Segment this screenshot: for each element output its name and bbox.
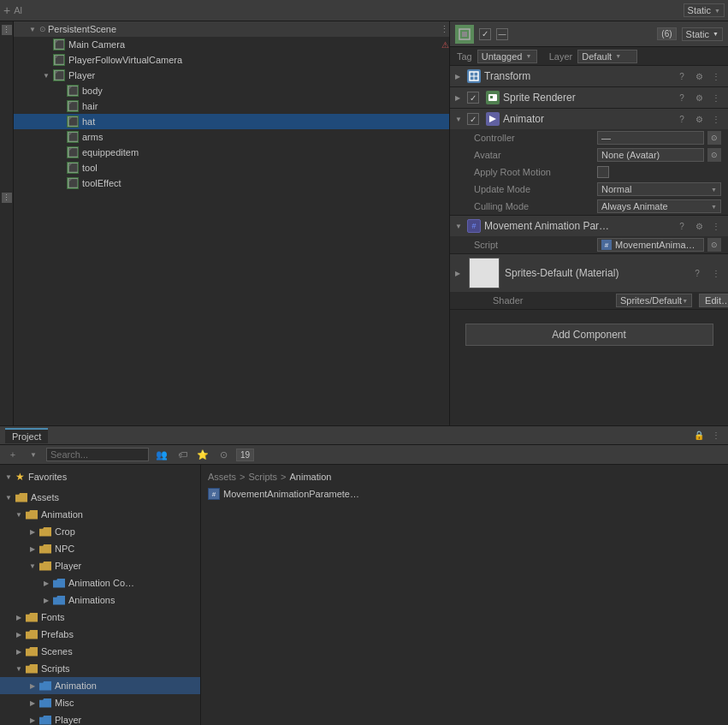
camera-error-icon: ⚠ [441,40,449,50]
tree-item-arms[interactable]: ⬛ arms [14,129,449,145]
project-sidebar: ★ Favorites Assets Animation Crop [0,465,201,725]
shader-edit-btn[interactable]: Edit… [699,294,728,307]
favorites-item[interactable]: ★ Favorites [0,468,200,485]
scenes-folder-icon [26,647,38,657]
tag-icon[interactable]: 🏷 [175,447,190,462]
script-label: Script [474,240,594,250]
apply-root-motion-checkbox[interactable] [597,166,609,178]
update-mode-dropdown[interactable]: Normal [597,182,721,196]
movement-anim-help-btn[interactable]: ? [675,219,689,233]
transform-arrow [455,73,464,80]
go-active-checkbox[interactable] [479,28,491,40]
panel-menu-btn[interactable]: ⋮ [709,429,723,443]
add-asset-arrow[interactable]: ▼ [26,447,41,462]
transform-help-btn[interactable]: ? [675,69,689,83]
tree-item-follow-cam[interactable]: ⬛ PlayerFollowVirtualCamera [14,52,449,68]
movement-anim-controls: ? ⚙ ⋮ [675,219,723,233]
script-picker-btn[interactable]: ⊙ [707,238,721,252]
tree-item-persistent-scene[interactable]: ⊙ PersistentScene ⋮ [14,21,449,37]
sprite-renderer-component: Sprite Renderer ? ⚙ ⋮ [450,87,728,109]
animations-item[interactable]: Animations [0,591,200,609]
transform-settings-btn[interactable]: ⚙ [692,69,706,83]
sprite-renderer-header[interactable]: Sprite Renderer ? ⚙ ⋮ [450,87,728,108]
fonts-item[interactable]: Fonts [0,609,200,626]
tree-item-hat[interactable]: ⬛ hat [14,114,449,129]
inspector-header: (6) Static ▼ [450,21,728,47]
assets-item[interactable]: Assets [0,489,200,506]
transform-menu-btn[interactable]: ⋮ [709,69,723,83]
movement-anim-header[interactable]: # Movement Animation Par… ? ⚙ ⋮ [450,216,728,236]
sprite-renderer-menu-btn[interactable]: ⋮ [709,91,723,104]
project-tab[interactable]: Project [5,428,48,443]
movement-anim-file-label: MovementAnimationParamete… [223,489,359,499]
inspector-static-dropdown[interactable]: Static ▼ [682,27,723,41]
layer-dropdown[interactable]: Default [577,50,637,63]
misc-item[interactable]: Misc [0,694,200,711]
tree-item-player[interactable]: ⬛ Player [14,68,449,83]
animation-scripts-item[interactable]: Animation [0,677,200,694]
filter-icon[interactable]: ⊙ [216,447,231,462]
tree-item-main-camera[interactable]: ⬛ Main Camera ⚠ [14,37,449,52]
tree-item-body[interactable]: ⬛ body [14,83,449,98]
animation-scripts-folder-icon [39,681,51,691]
material-section: Sprites-Default (Material) ? ⋮ Shader Sp… [450,254,728,310]
add-component-button[interactable]: Add Component [465,324,713,346]
npc-item[interactable]: NPC [0,540,200,557]
panel-lock-btn[interactable]: 🔒 [692,429,706,443]
player-scripts-item[interactable]: Player [0,711,200,725]
cube-icon-body: ⬛ [67,85,79,97]
shader-dropdown[interactable]: Sprites/Default [616,294,692,307]
material-help-btn[interactable]: ? [690,266,704,280]
controller-label: Controller [474,133,594,143]
add-asset-btn[interactable]: + [5,447,21,462]
transform-header[interactable]: Transform ? ⚙ ⋮ [450,66,728,86]
add-button[interactable]: + [3,3,10,17]
npc-folder-icon [39,544,51,554]
static-dropdown[interactable]: Static ▼ [684,3,725,17]
avatar-picker-btn[interactable]: ⊙ [707,148,721,162]
animation-co-item[interactable]: Animation Co… [0,574,200,591]
apply-root-motion-value [597,166,721,178]
movement-anim-settings-btn[interactable]: ⚙ [692,219,706,233]
sprite-renderer-enable[interactable] [467,92,479,104]
animation-co-label: Animation Co… [68,578,134,588]
search-input[interactable] [46,448,149,461]
tree-item-equippeditem[interactable]: ⬛ equippeditem [14,145,449,160]
material-arrow[interactable] [455,270,464,277]
side-btn-1[interactable]: ⋮ [2,25,12,35]
tree-item-hair[interactable]: ⬛ hair [14,98,449,114]
animation-item[interactable]: Animation [0,506,200,523]
people-icon[interactable]: 👥 [154,447,169,462]
animation-scripts-arrow [27,680,38,691]
tree-item-tooleffect[interactable]: ⬛ toolEffect [14,175,449,191]
tag-dropdown[interactable]: Untagged [477,50,537,63]
animator-settings-btn[interactable]: ⚙ [692,112,706,126]
arrow-tool [55,163,65,173]
tree-item-tool[interactable]: ⬛ tool [14,160,449,175]
player-anim-label: Player [55,561,81,571]
inspector-static-arrow: ▼ [713,31,719,37]
sprite-renderer-help-btn[interactable]: ? [675,91,689,104]
animator-header[interactable]: Animator ? ⚙ ⋮ [450,109,728,129]
animator-enable[interactable] [467,113,479,125]
prefabs-item[interactable]: Prefabs [0,626,200,643]
scenes-item[interactable]: Scenes [0,643,200,660]
star-icon[interactable]: ⭐ [195,447,210,462]
persistent-scene-menu[interactable]: ⋮ [440,24,449,35]
crop-item[interactable]: Crop [0,523,200,540]
sprite-renderer-settings-btn[interactable]: ⚙ [692,91,706,104]
animator-help-btn[interactable]: ? [675,112,689,126]
controller-picker-btn[interactable]: ⊙ [707,131,721,145]
material-header: Sprites-Default (Material) ? ⋮ [450,254,728,292]
misc-arrow [27,698,38,708]
player-anim-item[interactable]: Player [0,557,200,574]
movement-anim-file[interactable]: # MovementAnimationParamete… [204,485,725,502]
script-file-icon: # [601,240,612,250]
movement-anim-menu-btn[interactable]: ⋮ [709,219,723,233]
culling-mode-dropdown[interactable]: Always Animate [597,199,721,213]
animator-menu-btn[interactable]: ⋮ [709,112,723,126]
side-btn-2[interactable]: ⋮ [2,193,12,203]
material-menu-btn[interactable]: ⋮ [709,266,723,280]
scripts-item[interactable]: Scripts [0,660,200,677]
main-camera-label: Main Camera [68,39,125,50]
